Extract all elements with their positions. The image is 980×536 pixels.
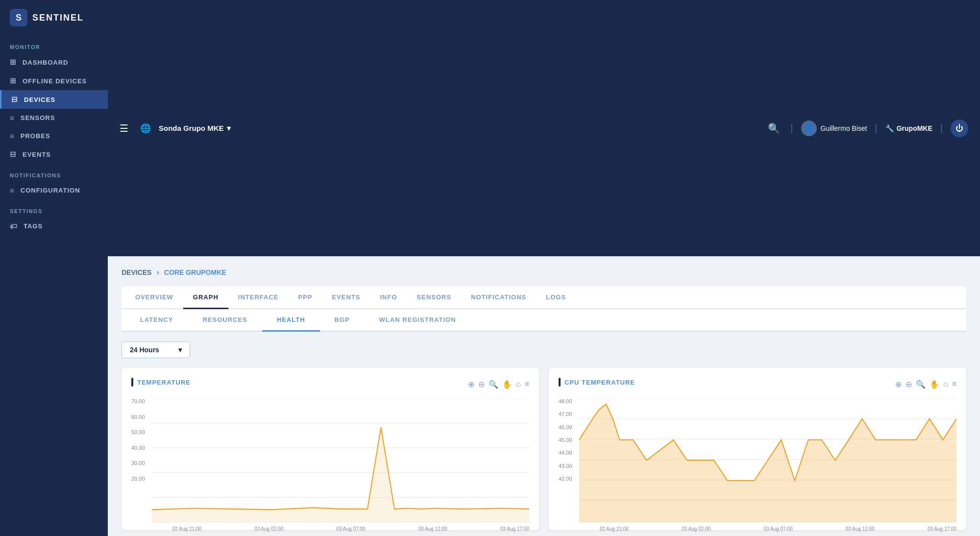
grid-icon-2: ⊞: [10, 76, 17, 85]
sidebar-item-events[interactable]: ⊟ EVENTS: [0, 145, 108, 164]
tab-events[interactable]: EVENTS: [322, 287, 370, 309]
sidebar-item-probes[interactable]: ≡ PROBES: [0, 127, 108, 145]
drag-icon-cpu[interactable]: ✋: [930, 380, 939, 389]
sep-1: |: [790, 122, 793, 134]
topbar-right: 🔍 | 👤 Guillermo Biset | 🔧 GrupoMKE | ⏻: [765, 120, 968, 137]
user-avatar: 👤: [801, 121, 817, 136]
sep-2: |: [875, 122, 877, 134]
sidebar-item-tags[interactable]: 🏷 TAGS: [0, 217, 108, 235]
settings-section-label: SETTINGS: [0, 199, 108, 217]
sidebar-logo: S SENTINEL: [0, 0, 108, 35]
x-labels-cpu: 02 Aug 21:00 03 Aug 02:00 03 Aug 07:00 0…: [579, 526, 956, 532]
chart-title-temperature: TEMPERATURE: [131, 378, 191, 387]
chart-title-cpu: CPU TEMPERATURE: [559, 378, 635, 387]
sep-3: |: [940, 122, 943, 134]
breadcrumb-sep: ›: [156, 268, 159, 277]
sensors-icon: ≡: [10, 114, 15, 122]
zoom-out-icon-cpu[interactable]: ⊖: [906, 380, 912, 389]
tab-bgp[interactable]: BGP: [320, 309, 365, 332]
tab-overview[interactable]: OVERVIEW: [125, 287, 183, 309]
devices-icon: ⊟: [11, 95, 18, 104]
chart-cpu-temperature: CPU TEMPERATURE ⊕ ⊖ 🔍 ✋ ⌂ ≡ 48.00 47.00: [549, 368, 966, 530]
sub-tabs: LATENCY RESOURCES HEALTH BGP WLAN REGIST…: [122, 309, 966, 332]
svg-marker-14: [579, 404, 956, 522]
tab-logs[interactable]: LOGS: [536, 287, 576, 309]
topbar: ☰ 🌐 Sonda Grupo MKE ▾ 🔍 | 👤 Guillermo Bi…: [108, 0, 980, 256]
zoom-in-icon-cpu[interactable]: ⊕: [895, 380, 902, 389]
tab-notifications[interactable]: NOTIFICATIONS: [461, 287, 536, 309]
zoom-in-icon[interactable]: ⊕: [468, 380, 474, 389]
charts-grid: TEMPERATURE ⊕ ⊖ 🔍 ✋ ⌂ ≡ 70.00 60.00: [122, 368, 966, 536]
cpu-temp-svg: [579, 398, 956, 522]
time-value: 24 Hours: [130, 346, 159, 354]
sidebar-item-devices[interactable]: ⊟ DEVICES: [0, 90, 108, 109]
home-icon-cpu[interactable]: ⌂: [943, 380, 948, 389]
x-labels-temperature: 02 Aug 21:00 03 Aug 02:00 03 Aug 07:00 0…: [152, 526, 529, 532]
chart-inner-cpu: 48.00 47.00 46.00 45.00 44.00 43.00 42.0…: [559, 398, 956, 522]
user-menu[interactable]: 👤 Guillermo Biset: [801, 121, 867, 136]
tab-health[interactable]: HEALTH: [262, 309, 320, 332]
sidebar-item-dashboard[interactable]: ⊞ DASHBOARD: [0, 53, 108, 72]
tab-latency[interactable]: LATENCY: [125, 309, 188, 332]
breadcrumb: DEVICES › CORE GRUPOMKE: [122, 268, 966, 277]
power-button[interactable]: ⏻: [951, 120, 968, 137]
magnify-icon-cpu[interactable]: 🔍: [916, 380, 926, 389]
temperature-svg: [152, 398, 529, 522]
sidebar-item-configuration[interactable]: ≡ CONFIGURATION: [0, 181, 108, 199]
y-labels-temperature: 70.00 60.00 50.00 40.00 30.00 20.00: [131, 398, 152, 482]
tab-info[interactable]: INFO: [370, 287, 407, 309]
chart-temperature: TEMPERATURE ⊕ ⊖ 🔍 ✋ ⌂ ≡ 70.00 60.00: [122, 368, 539, 530]
drag-icon[interactable]: ✋: [502, 380, 512, 389]
breadcrumb-current: CORE GRUPOMKE: [164, 268, 226, 276]
search-button[interactable]: 🔍: [765, 120, 783, 137]
tags-icon: 🏷: [10, 222, 18, 230]
chart-toolbar-temperature: ⊕ ⊖ 🔍 ✋ ⌂ ≡: [468, 380, 529, 389]
user-name: Guillermo Biset: [821, 124, 867, 132]
svg-marker-6: [152, 427, 529, 522]
y-labels-cpu: 48.00 47.00 46.00 45.00 44.00 43.00 42.0…: [559, 398, 579, 482]
logo-text: SENTINEL: [32, 13, 84, 23]
tab-resources[interactable]: RESOURCES: [188, 309, 262, 332]
main-panel: ☰ 🌐 Sonda Grupo MKE ▾ 🔍 | 👤 Guillermo Bi…: [108, 0, 980, 536]
menu-icon-cpu[interactable]: ≡: [952, 380, 956, 389]
notifications-section-label: NOTIFICATIONS: [0, 164, 108, 181]
time-selector[interactable]: 24 Hours ▾: [122, 341, 190, 358]
tab-graph[interactable]: GRAPH: [183, 287, 228, 309]
title-bar-cpu: [559, 378, 561, 387]
logo-icon: S: [10, 9, 27, 26]
tab-interface[interactable]: INTERFACE: [228, 287, 289, 309]
grid-icon: ⊞: [10, 58, 17, 67]
events-icon: ⊟: [10, 150, 17, 159]
title-bar: [131, 378, 133, 387]
home-icon[interactable]: ⌂: [516, 380, 521, 389]
zoom-out-icon[interactable]: ⊖: [478, 380, 485, 389]
tab-sensors[interactable]: SENSORS: [407, 287, 462, 309]
breadcrumb-parent[interactable]: DEVICES: [122, 268, 151, 276]
globe-icon: 🌐: [140, 123, 151, 134]
sidebar-item-offline-devices[interactable]: ⊞ OFFLINE DEVICES: [0, 72, 108, 90]
device-selector[interactable]: Sonda Grupo MKE ▾: [159, 124, 231, 133]
configuration-icon: ≡: [10, 186, 15, 195]
sidebar: S SENTINEL MONITOR ⊞ DASHBOARD ⊞ OFFLINE…: [0, 0, 108, 536]
content-area: DEVICES › CORE GRUPOMKE OVERVIEW GRAPH I…: [108, 256, 980, 536]
wrench-icon: 🔧: [885, 124, 894, 132]
monitor-section-label: MONITOR: [0, 35, 108, 53]
menu-icon-chart[interactable]: ≡: [525, 380, 529, 389]
chart-plot-temperature: 02 Aug 21:00 03 Aug 02:00 03 Aug 07:00 0…: [152, 398, 529, 522]
time-arrow: ▾: [178, 346, 182, 354]
tab-ppp[interactable]: PPP: [288, 287, 322, 309]
chart-toolbar-cpu: ⊕ ⊖ 🔍 ✋ ⌂ ≡: [895, 380, 956, 389]
chart-inner-temperature: 70.00 60.00 50.00 40.00 30.00 20.00: [131, 398, 529, 522]
sidebar-item-sensors[interactable]: ≡ SENSORS: [0, 109, 108, 127]
magnify-icon[interactable]: 🔍: [489, 380, 498, 389]
chart-plot-cpu: 02 Aug 21:00 03 Aug 02:00 03 Aug 07:00 0…: [579, 398, 956, 522]
menu-icon[interactable]: ☰: [120, 122, 128, 134]
tab-wlan[interactable]: WLAN REGISTRATION: [365, 309, 471, 332]
probes-icon: ≡: [10, 132, 15, 140]
main-tabs: OVERVIEW GRAPH INTERFACE PPP EVENTS INFO…: [122, 287, 966, 309]
grupo-button[interactable]: 🔧 GrupoMKE: [885, 124, 932, 132]
